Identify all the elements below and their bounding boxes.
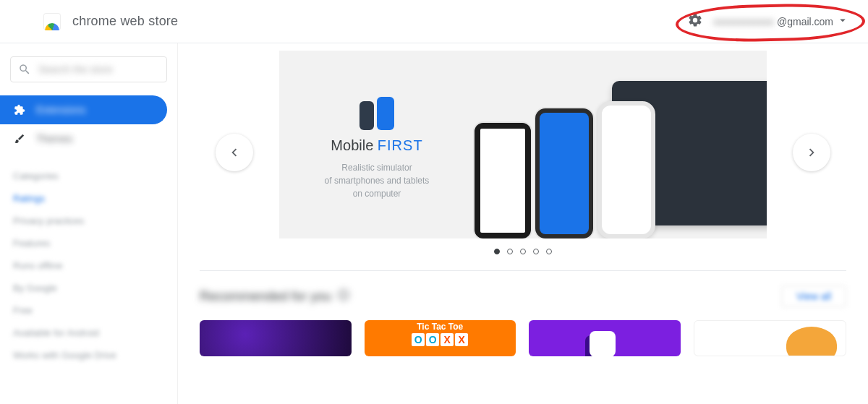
device-phone bbox=[475, 123, 531, 238]
extension-icon bbox=[13, 103, 26, 116]
chevron-left-icon bbox=[226, 145, 242, 160]
slide-artwork bbox=[453, 51, 767, 238]
sidebar: Search the store Extensions Themes Categ… bbox=[0, 43, 178, 404]
info-icon[interactable] bbox=[337, 288, 350, 305]
account-email[interactable]: xxxxxxxxxxxx @gmail.com bbox=[713, 14, 849, 29]
search-input[interactable]: Search the store bbox=[10, 56, 167, 82]
sidebar-filter[interactable]: Features bbox=[0, 232, 177, 254]
section-title: Recommended for you bbox=[200, 288, 373, 305]
section-header: Recommended for you View all bbox=[200, 285, 846, 307]
sidebar-item-themes[interactable]: Themes bbox=[0, 124, 167, 153]
card-title: Tic Tac Toe bbox=[417, 322, 463, 332]
gear-icon[interactable] bbox=[687, 12, 703, 31]
store-logo-icon bbox=[43, 13, 61, 30]
extension-card[interactable] bbox=[200, 320, 352, 356]
featured-carousel: Mobile FIRST Realistic simulator of smar… bbox=[200, 51, 846, 254]
account-area: xxxxxxxxxxxx @gmail.com bbox=[681, 9, 855, 34]
sidebar-filter[interactable]: Categories bbox=[0, 165, 177, 187]
store-title: chrome web store bbox=[72, 14, 178, 29]
carousel-slide[interactable]: Mobile FIRST Realistic simulator of smar… bbox=[279, 51, 767, 238]
extension-card[interactable]: Tic Tac Toe O O X X bbox=[365, 320, 516, 356]
divider bbox=[200, 270, 846, 271]
carousel-prev-button[interactable] bbox=[216, 134, 253, 171]
sidebar-filter[interactable]: Available for Android bbox=[0, 322, 177, 344]
device-phone bbox=[535, 108, 593, 238]
carousel-dot[interactable] bbox=[533, 249, 539, 254]
sidebar-filter[interactable]: Ratings bbox=[0, 187, 177, 210]
carousel-dot[interactable] bbox=[520, 249, 526, 254]
sidebar-filter[interactable]: Runs offline bbox=[0, 254, 177, 277]
tictactoe-grid: O O X X bbox=[412, 333, 468, 346]
email-redacted: xxxxxxxxxxxx bbox=[713, 16, 774, 27]
main-content: Mobile FIRST Realistic simulator of smar… bbox=[178, 43, 868, 404]
slide-info: Mobile FIRST Realistic simulator of smar… bbox=[301, 90, 453, 200]
chevron-right-icon bbox=[804, 145, 820, 160]
sidebar-filter[interactable]: By Google bbox=[0, 277, 177, 299]
header-bar: chrome web store xxxxxxxxxxxx @gmail.com bbox=[0, 0, 868, 43]
carousel-next-button[interactable] bbox=[793, 134, 830, 171]
search-icon bbox=[18, 63, 31, 76]
carousel-dot[interactable] bbox=[507, 249, 513, 254]
carousel-dot[interactable] bbox=[546, 249, 552, 254]
carousel-dot[interactable] bbox=[494, 249, 500, 254]
view-all-button[interactable]: View all bbox=[781, 285, 846, 307]
sidebar-filter[interactable]: Privacy practices bbox=[0, 210, 177, 232]
sidebar-item-extensions[interactable]: Extensions bbox=[0, 95, 167, 124]
search-placeholder: Search the store bbox=[38, 64, 159, 75]
chevron-down-icon bbox=[836, 14, 849, 29]
slide-subtitle: Realistic simulator of smartphones and t… bbox=[301, 161, 453, 200]
sidebar-item-label: Themes bbox=[36, 133, 73, 145]
carousel-dots bbox=[200, 249, 846, 254]
slide-app-icon bbox=[357, 90, 397, 130]
brush-icon bbox=[13, 132, 26, 145]
extension-card[interactable] bbox=[694, 320, 847, 356]
slide-title: Mobile FIRST bbox=[301, 137, 453, 154]
email-suffix: @gmail.com bbox=[777, 16, 833, 27]
device-phone bbox=[597, 101, 655, 238]
sidebar-filter[interactable]: Free bbox=[0, 299, 177, 322]
sidebar-item-label: Extensions bbox=[36, 104, 85, 116]
sidebar-filter[interactable]: Works with Google Drive bbox=[0, 344, 177, 366]
extension-cards-row: Tic Tac Toe O O X X bbox=[200, 320, 846, 356]
extension-card[interactable] bbox=[529, 320, 681, 356]
